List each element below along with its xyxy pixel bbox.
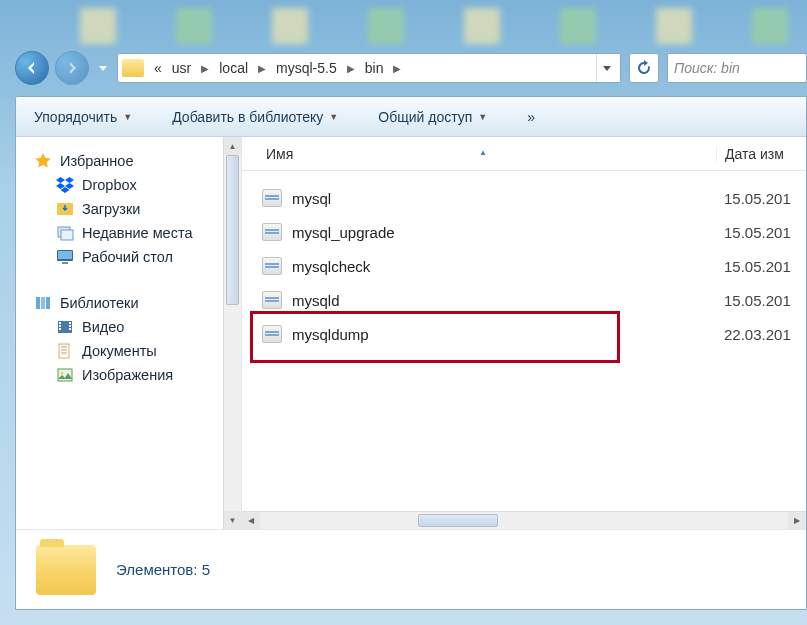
svg-rect-4 (58, 251, 72, 259)
file-row[interactable]: mysqldump 22.03.201 (252, 317, 806, 351)
svg-rect-14 (69, 325, 71, 327)
chevron-right-icon: ▶ (197, 63, 213, 74)
scroll-up-icon[interactable]: ▲ (224, 137, 241, 155)
file-name-cell: mysqlcheck (252, 257, 716, 275)
svg-rect-6 (36, 297, 40, 309)
refresh-button[interactable] (629, 53, 659, 83)
horizontal-scrollbar[interactable]: ◀ ▶ (242, 511, 806, 529)
breadcrumb-item[interactable]: usr (168, 58, 195, 78)
file-name-cell: mysqldump (252, 325, 716, 343)
file-date: 15.05.201 (716, 224, 806, 241)
svg-rect-10 (59, 322, 61, 324)
breadcrumb-item[interactable]: bin (361, 58, 388, 78)
breadcrumb[interactable]: « usr ▶ local ▶ mysql-5.5 ▶ bin ▶ (117, 53, 621, 83)
breadcrumb-prefix[interactable]: « (150, 58, 166, 78)
favorites-header[interactable]: Избранное (34, 149, 237, 173)
scrollbar-thumb[interactable] (418, 514, 498, 527)
dropbox-icon (56, 176, 74, 194)
back-button[interactable] (15, 51, 49, 85)
sidebar-item-documents[interactable]: Документы (34, 339, 237, 363)
organize-menu[interactable]: Упорядочить▼ (28, 105, 138, 129)
file-name-cell: mysqld (252, 291, 716, 309)
svg-rect-5 (62, 262, 68, 264)
file-icon (262, 189, 282, 207)
file-date: 15.05.201 (716, 258, 806, 275)
file-icon (262, 325, 282, 343)
chevron-down-icon: ▼ (478, 112, 487, 122)
search-placeholder: Поиск: bin (674, 60, 740, 76)
content-area: Избранное Dropbox Загрузки Недавние мест… (16, 137, 806, 529)
chevron-right-icon: ▶ (254, 63, 270, 74)
breadcrumb-dropdown[interactable] (596, 54, 616, 82)
sidebar-item-desktop[interactable]: Рабочий стол (34, 245, 237, 269)
address-bar: « usr ▶ local ▶ mysql-5.5 ▶ bin ▶ Поиск:… (15, 48, 807, 88)
navigation-pane: Избранное Dropbox Загрузки Недавние мест… (16, 137, 242, 529)
arrow-left-icon (24, 60, 40, 76)
video-icon (56, 318, 74, 336)
search-input[interactable]: Поиск: bin (667, 53, 807, 83)
desktop-background (0, 8, 807, 44)
file-row[interactable]: mysqlcheck 15.05.201 (252, 249, 806, 283)
scroll-left-icon[interactable]: ◀ (242, 512, 260, 529)
chevron-right-icon: ▶ (343, 63, 359, 74)
folder-icon (122, 59, 144, 77)
sidebar-item-images[interactable]: Изображения (34, 363, 237, 387)
explorer-window: Упорядочить▼ Добавить в библиотеку▼ Общи… (15, 96, 807, 610)
recent-icon (56, 224, 74, 242)
column-header-date[interactable]: Дата изм (716, 146, 806, 162)
folder-icon (36, 545, 96, 595)
scrollbar-thumb[interactable] (226, 155, 239, 305)
svg-rect-7 (41, 297, 45, 309)
file-name: mysqlcheck (292, 258, 370, 275)
chevron-down-icon: ▼ (329, 112, 338, 122)
svg-point-18 (61, 372, 64, 375)
scroll-right-icon[interactable]: ▶ (788, 512, 806, 529)
file-list: ▲ Имя Дата изм mysql 15.05.201 mysql_upg… (242, 137, 806, 529)
file-name: mysql (292, 190, 331, 207)
svg-rect-8 (46, 297, 50, 309)
svg-rect-11 (59, 325, 61, 327)
favorites-group: Избранное Dropbox Загрузки Недавние мест… (34, 149, 237, 269)
sort-ascending-icon: ▲ (479, 148, 487, 157)
share-menu[interactable]: Общий доступ▼ (372, 105, 493, 129)
libraries-group: Библиотеки Видео Документы Изображения (34, 291, 237, 387)
nav-history-dropdown[interactable] (95, 51, 111, 85)
sidebar-item-videos[interactable]: Видео (34, 315, 237, 339)
star-icon (34, 152, 52, 170)
file-row[interactable]: mysql 15.05.201 (252, 181, 806, 215)
breadcrumb-item[interactable]: mysql-5.5 (272, 58, 341, 78)
sidebar-item-downloads[interactable]: Загрузки (34, 197, 237, 221)
svg-rect-16 (59, 344, 69, 358)
download-icon (56, 200, 74, 218)
chevron-down-icon (603, 66, 611, 71)
chevron-down-icon (99, 66, 107, 71)
file-row[interactable]: mysql_upgrade 15.05.201 (252, 215, 806, 249)
svg-rect-2 (61, 230, 73, 240)
svg-rect-13 (69, 322, 71, 324)
column-headers: ▲ Имя Дата изм (242, 137, 806, 171)
images-icon (56, 366, 74, 384)
breadcrumb-item[interactable]: local (215, 58, 252, 78)
refresh-icon (636, 60, 652, 76)
forward-button[interactable] (55, 51, 89, 85)
column-header-name[interactable]: ▲ Имя (242, 146, 716, 162)
chevron-right-icon: ▶ (389, 63, 405, 74)
sidebar-scrollbar[interactable]: ▲ ▼ (223, 137, 241, 529)
add-to-library-menu[interactable]: Добавить в библиотеку▼ (166, 105, 344, 129)
file-icon (262, 291, 282, 309)
file-name-cell: mysql_upgrade (252, 223, 716, 241)
toolbar: Упорядочить▼ Добавить в библиотеку▼ Общи… (16, 97, 806, 137)
svg-rect-17 (58, 369, 72, 381)
file-icon (262, 257, 282, 275)
scrollbar-track[interactable] (260, 512, 788, 529)
sidebar-item-recent[interactable]: Недавние места (34, 221, 237, 245)
file-date: 15.05.201 (716, 190, 806, 207)
file-row[interactable]: mysqld 15.05.201 (252, 283, 806, 317)
scroll-down-icon[interactable]: ▼ (224, 511, 241, 529)
file-name: mysqldump (292, 326, 369, 343)
more-menu[interactable]: » (521, 105, 541, 129)
svg-rect-12 (59, 328, 61, 330)
sidebar-item-dropbox[interactable]: Dropbox (34, 173, 237, 197)
libraries-header[interactable]: Библиотеки (34, 291, 237, 315)
library-icon (34, 294, 52, 312)
